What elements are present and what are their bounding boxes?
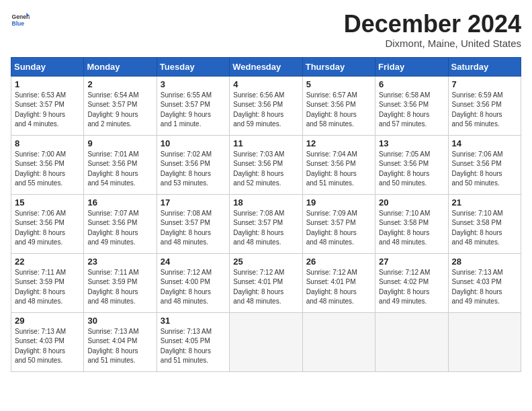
calendar-table: Sunday Monday Tuesday Wednesday Thursday… [11, 57, 521, 372]
day-info: Sunrise: 6:54 AM Sunset: 3:57 PM Dayligh… [87, 91, 152, 130]
day-info: Sunrise: 6:53 AM Sunset: 3:57 PM Dayligh… [15, 91, 80, 130]
table-row: 15Sunrise: 7:06 AM Sunset: 3:56 PM Dayli… [11, 194, 84, 253]
day-info: Sunrise: 7:01 AM Sunset: 3:56 PM Dayligh… [87, 150, 152, 189]
day-info: Sunrise: 6:58 AM Sunset: 3:56 PM Dayligh… [379, 91, 444, 130]
day-number: 23 [87, 257, 152, 267]
table-row: 13Sunrise: 7:05 AM Sunset: 3:56 PM Dayli… [375, 135, 448, 194]
day-number: 12 [306, 138, 371, 148]
day-number: 30 [87, 316, 152, 326]
table-row: 17Sunrise: 7:08 AM Sunset: 3:57 PM Dayli… [157, 194, 229, 253]
day-number: 10 [161, 138, 226, 148]
day-info: Sunrise: 7:03 AM Sunset: 3:56 PM Dayligh… [233, 150, 298, 189]
table-row: 20Sunrise: 7:10 AM Sunset: 3:58 PM Dayli… [375, 194, 448, 253]
table-row: 16Sunrise: 7:07 AM Sunset: 3:56 PM Dayli… [84, 194, 157, 253]
table-row: 24Sunrise: 7:12 AM Sunset: 4:00 PM Dayli… [157, 253, 229, 312]
logo: General Blue [11, 11, 30, 30]
day-info: Sunrise: 7:10 AM Sunset: 3:58 PM Dayligh… [379, 209, 444, 248]
day-info: Sunrise: 7:11 AM Sunset: 3:59 PM Dayligh… [87, 268, 152, 307]
day-number: 25 [233, 257, 298, 267]
day-number: 7 [452, 79, 517, 89]
calendar-subtitle: Dixmont, Maine, United States [344, 38, 521, 49]
table-row: 18Sunrise: 7:08 AM Sunset: 3:57 PM Dayli… [230, 194, 302, 253]
day-info: Sunrise: 7:08 AM Sunset: 3:57 PM Dayligh… [161, 209, 226, 248]
day-number: 27 [379, 257, 444, 267]
day-info: Sunrise: 7:12 AM Sunset: 4:01 PM Dayligh… [233, 268, 298, 307]
day-number: 9 [87, 138, 152, 148]
header-wednesday: Wednesday [230, 57, 302, 76]
table-row: 8Sunrise: 7:00 AM Sunset: 3:56 PM Daylig… [11, 135, 84, 194]
day-number: 3 [161, 79, 226, 89]
table-row [302, 312, 375, 371]
day-info: Sunrise: 7:08 AM Sunset: 3:57 PM Dayligh… [233, 209, 298, 248]
day-number: 13 [379, 138, 444, 148]
table-row: 30Sunrise: 7:13 AM Sunset: 4:04 PM Dayli… [84, 312, 157, 371]
table-row: 7Sunrise: 6:59 AM Sunset: 3:56 PM Daylig… [448, 76, 521, 135]
day-number: 24 [161, 257, 226, 267]
table-row: 14Sunrise: 7:06 AM Sunset: 3:56 PM Dayli… [448, 135, 521, 194]
table-row: 19Sunrise: 7:09 AM Sunset: 3:57 PM Dayli… [302, 194, 375, 253]
day-info: Sunrise: 7:00 AM Sunset: 3:56 PM Dayligh… [15, 150, 80, 189]
header-saturday: Saturday [448, 57, 521, 76]
day-number: 8 [15, 138, 80, 148]
weekday-header-row: Sunday Monday Tuesday Wednesday Thursday… [11, 57, 521, 76]
table-row: 25Sunrise: 7:12 AM Sunset: 4:01 PM Dayli… [230, 253, 302, 312]
table-row: 23Sunrise: 7:11 AM Sunset: 3:59 PM Dayli… [84, 253, 157, 312]
logo-icon: General Blue [11, 11, 30, 30]
table-row: 3Sunrise: 6:55 AM Sunset: 3:57 PM Daylig… [157, 76, 229, 135]
table-row: 31Sunrise: 7:13 AM Sunset: 4:05 PM Dayli… [157, 312, 229, 371]
day-number: 20 [379, 197, 444, 208]
day-info: Sunrise: 6:57 AM Sunset: 3:56 PM Dayligh… [306, 91, 371, 130]
table-row: 26Sunrise: 7:12 AM Sunset: 4:01 PM Dayli… [302, 253, 375, 312]
day-number: 16 [87, 197, 152, 208]
day-info: Sunrise: 7:02 AM Sunset: 3:56 PM Dayligh… [161, 150, 226, 189]
table-row: 27Sunrise: 7:12 AM Sunset: 4:02 PM Dayli… [375, 253, 448, 312]
day-info: Sunrise: 7:11 AM Sunset: 3:59 PM Dayligh… [15, 268, 80, 307]
calendar-title: December 2024 [344, 11, 521, 38]
table-row: 6Sunrise: 6:58 AM Sunset: 3:56 PM Daylig… [375, 76, 448, 135]
header-monday: Monday [84, 57, 157, 76]
header-sunday: Sunday [11, 57, 84, 76]
table-row: 21Sunrise: 7:10 AM Sunset: 3:58 PM Dayli… [448, 194, 521, 253]
day-number: 22 [15, 257, 80, 267]
day-number: 15 [15, 197, 80, 208]
table-row: 22Sunrise: 7:11 AM Sunset: 3:59 PM Dayli… [11, 253, 84, 312]
day-info: Sunrise: 7:12 AM Sunset: 4:02 PM Dayligh… [379, 268, 444, 307]
calendar-week-row: 29Sunrise: 7:13 AM Sunset: 4:03 PM Dayli… [11, 312, 521, 371]
day-number: 5 [306, 79, 371, 89]
day-number: 6 [379, 79, 444, 89]
day-number: 31 [161, 316, 226, 326]
day-info: Sunrise: 7:06 AM Sunset: 3:56 PM Dayligh… [15, 209, 80, 248]
table-row: 28Sunrise: 7:13 AM Sunset: 4:03 PM Dayli… [448, 253, 521, 312]
title-area: December 2024 Dixmont, Maine, United Sta… [344, 11, 521, 49]
day-info: Sunrise: 7:12 AM Sunset: 4:00 PM Dayligh… [161, 268, 226, 307]
table-row: 2Sunrise: 6:54 AM Sunset: 3:57 PM Daylig… [84, 76, 157, 135]
table-row [230, 312, 302, 371]
table-row: 29Sunrise: 7:13 AM Sunset: 4:03 PM Dayli… [11, 312, 84, 371]
day-info: Sunrise: 7:13 AM Sunset: 4:03 PM Dayligh… [15, 327, 80, 366]
day-number: 1 [15, 79, 80, 89]
day-info: Sunrise: 6:55 AM Sunset: 3:57 PM Dayligh… [161, 91, 226, 130]
table-row: 1Sunrise: 6:53 AM Sunset: 3:57 PM Daylig… [11, 76, 84, 135]
day-number: 19 [306, 197, 371, 208]
day-number: 4 [233, 79, 298, 89]
day-info: Sunrise: 7:05 AM Sunset: 3:56 PM Dayligh… [379, 150, 444, 189]
day-info: Sunrise: 7:07 AM Sunset: 3:56 PM Dayligh… [87, 209, 152, 248]
table-row: 11Sunrise: 7:03 AM Sunset: 3:56 PM Dayli… [230, 135, 302, 194]
table-row [375, 312, 448, 371]
table-row [448, 312, 521, 371]
day-number: 2 [87, 79, 152, 89]
day-info: Sunrise: 7:12 AM Sunset: 4:01 PM Dayligh… [306, 268, 371, 307]
day-number: 26 [306, 257, 371, 267]
day-info: Sunrise: 7:13 AM Sunset: 4:04 PM Dayligh… [87, 327, 152, 366]
day-info: Sunrise: 7:10 AM Sunset: 3:58 PM Dayligh… [452, 209, 517, 248]
svg-text:Blue: Blue [12, 20, 25, 27]
table-row: 12Sunrise: 7:04 AM Sunset: 3:56 PM Dayli… [302, 135, 375, 194]
table-row: 10Sunrise: 7:02 AM Sunset: 3:56 PM Dayli… [157, 135, 229, 194]
day-number: 11 [233, 138, 298, 148]
header-thursday: Thursday [302, 57, 375, 76]
day-number: 17 [161, 197, 226, 208]
day-info: Sunrise: 6:59 AM Sunset: 3:56 PM Dayligh… [452, 91, 517, 130]
header-area: General Blue December 2024 Dixmont, Main… [11, 11, 521, 49]
calendar-week-row: 1Sunrise: 6:53 AM Sunset: 3:57 PM Daylig… [11, 76, 521, 135]
header-friday: Friday [375, 57, 448, 76]
